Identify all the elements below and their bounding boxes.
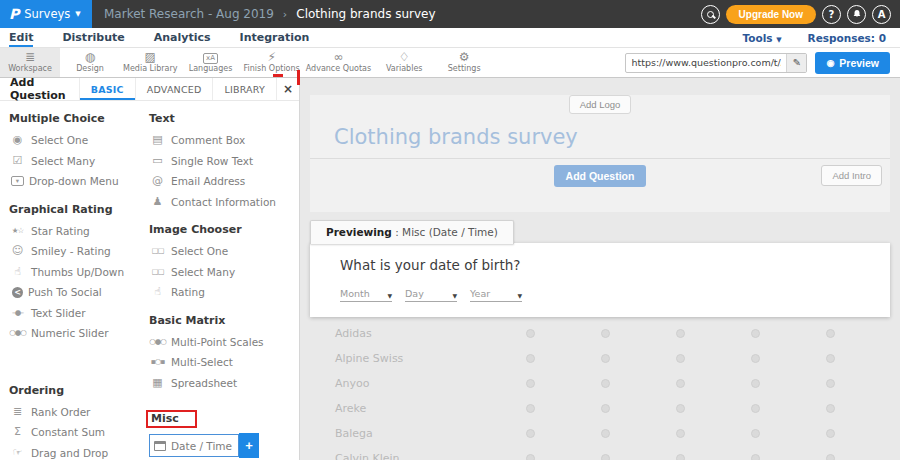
add-question-button[interactable]: Add Question xyxy=(554,165,647,187)
matrix-radio[interactable] xyxy=(826,329,835,338)
finish-options-icon: ⚡ xyxy=(267,51,275,64)
month-dropdown[interactable]: Month▼ xyxy=(340,288,392,302)
edit-url-button[interactable]: ✎ xyxy=(786,53,806,73)
nav-tab-edit[interactable]: Edit xyxy=(9,28,33,47)
question-type-numeric-slider[interactable]: ○●○Numeric Slider xyxy=(9,323,143,344)
matrix-radio[interactable] xyxy=(751,404,760,413)
question-type-multi-point-scales[interactable]: ○●○Multi-Point Scales xyxy=(149,332,299,353)
question-type-thumbs-up-down[interactable]: ☝Thumbs Up/Down xyxy=(9,262,143,283)
question-type-label: Star Rating xyxy=(31,225,90,237)
survey-title[interactable]: Clothing brands survey xyxy=(334,125,890,149)
question-type-contact-information[interactable]: ♟Contact Information xyxy=(149,192,299,213)
add-date-time-button[interactable]: + xyxy=(239,433,259,458)
toolbar-item-workspace[interactable]: ≣Workspace xyxy=(0,48,60,77)
matrix-radio[interactable] xyxy=(826,429,835,438)
question-type-star-rating[interactable]: ★☆Star Rating xyxy=(9,221,143,242)
question-type-constant-sum[interactable]: ΣConstant Sum xyxy=(9,422,143,443)
question-type-label: Select Many xyxy=(31,155,95,167)
question-type-label: Select One xyxy=(31,134,88,146)
matrix-radio[interactable] xyxy=(601,354,610,363)
text-slider-icon: –●– xyxy=(9,307,26,319)
toolbar-item-advance-quotas[interactable]: ∞Advance Quotas xyxy=(303,48,374,77)
upgrade-now-button[interactable]: Upgrade Now xyxy=(726,5,816,24)
matrix-radio[interactable] xyxy=(676,379,685,388)
add-intro-button[interactable]: Add Intro xyxy=(821,165,882,186)
nav-tab-integration[interactable]: Integration xyxy=(240,28,310,47)
question-type-drag-and-drop[interactable]: ☞Drag and Drop xyxy=(9,443,143,460)
toolbar-item-languages[interactable]: xALanguages xyxy=(181,48,241,77)
matrix-radio[interactable] xyxy=(826,354,835,363)
matrix-radio[interactable] xyxy=(751,454,760,460)
surveys-product-menu[interactable]: P Surveys ▼ xyxy=(0,0,92,28)
panel-tab-advanced[interactable]: ADVANCED xyxy=(135,78,213,100)
section-title-ordering: Ordering xyxy=(9,384,143,397)
avatar[interactable]: A xyxy=(872,5,891,24)
panel-tab-basic[interactable]: BASIC xyxy=(79,78,135,100)
toolbar-item-media-library[interactable]: ▨Media Library xyxy=(120,48,181,77)
question-type-label: Spreadsheet xyxy=(171,377,237,389)
question-type-spreadsheet[interactable]: ▦Spreadsheet xyxy=(149,373,299,394)
matrix-radio[interactable] xyxy=(526,379,535,388)
question-type-select-one[interactable]: ▢▢Select One xyxy=(149,241,299,262)
responses-count[interactable]: Responses: 0 xyxy=(808,32,886,44)
matrix-radio[interactable] xyxy=(601,329,610,338)
year-dropdown[interactable]: Year▼ xyxy=(470,288,522,302)
question-type-comment-box[interactable]: ▤Comment Box xyxy=(149,130,299,151)
question-type-drop-down-menu[interactable]: ▾Drop-down Menu xyxy=(9,171,143,192)
matrix-radio[interactable] xyxy=(826,454,835,460)
matrix-radio[interactable] xyxy=(601,429,610,438)
question-type-select-many[interactable]: ▢▢Select Many xyxy=(149,262,299,283)
notifications-button[interactable] xyxy=(847,5,866,24)
matrix-radio[interactable] xyxy=(676,429,685,438)
add-logo-button[interactable]: Add Logo xyxy=(569,95,632,114)
close-panel-button[interactable]: × xyxy=(276,78,299,100)
breadcrumb-folder[interactable]: Market Research - Aug 2019 xyxy=(104,7,274,21)
toolbar-item-design[interactable]: ◍Design xyxy=(60,48,120,77)
matrix-radio[interactable] xyxy=(601,379,610,388)
matrix-radio[interactable] xyxy=(526,354,535,363)
nav-tab-analytics[interactable]: Analytics xyxy=(154,28,211,47)
search-button[interactable] xyxy=(701,5,720,24)
matrix-radio[interactable] xyxy=(751,379,760,388)
matrix-radio[interactable] xyxy=(526,429,535,438)
preview-button[interactable]: ◉ Preview xyxy=(815,52,890,74)
matrix-radio[interactable] xyxy=(601,404,610,413)
question-type-label: Comment Box xyxy=(171,134,245,146)
question-type-email-address[interactable]: @Email Address xyxy=(149,171,299,192)
question-type-select-one[interactable]: ◉Select One xyxy=(9,130,143,151)
question-type-select-many[interactable]: ☑Select Many xyxy=(9,151,143,172)
nav-tab-distribute[interactable]: Distribute xyxy=(62,28,124,47)
image-select-one-icon: ▢▢ xyxy=(149,245,166,257)
question-type-multi-select[interactable]: ▪○▪Multi-Select xyxy=(149,352,299,373)
question-type-push-to-social[interactable]: <Push To Social xyxy=(9,282,143,303)
matrix-radio[interactable] xyxy=(676,354,685,363)
matrix-radio[interactable] xyxy=(601,454,610,460)
matrix-radio[interactable] xyxy=(676,329,685,338)
question-type-text-slider[interactable]: –●–Text Slider xyxy=(9,303,143,324)
matrix-radio[interactable] xyxy=(676,454,685,460)
question-type-single-row-text[interactable]: ▭Single Row Text xyxy=(149,151,299,172)
matrix-radio[interactable] xyxy=(676,404,685,413)
panel-tab-library[interactable]: LIBRARY xyxy=(212,78,276,100)
toolbar-item-variables[interactable]: ♢Variables xyxy=(374,48,434,77)
matrix-radio[interactable] xyxy=(826,379,835,388)
day-dropdown[interactable]: Day▼ xyxy=(405,288,457,302)
matrix-radio[interactable] xyxy=(751,354,760,363)
toolbar-item-settings[interactable]: ⚙Settings xyxy=(434,48,494,77)
question-type-rating[interactable]: ☝Rating xyxy=(149,282,299,303)
question-type-date-time[interactable]: Date / Time xyxy=(149,434,239,457)
question-type-smiley-rating[interactable]: ☺Smiley - Rating xyxy=(9,241,143,262)
survey-url-input[interactable] xyxy=(626,57,786,68)
matrix-radio[interactable] xyxy=(826,404,835,413)
matrix-radio[interactable] xyxy=(526,454,535,460)
matrix-radio[interactable] xyxy=(751,329,760,338)
question-type-rank-order[interactable]: ≣Rank Order xyxy=(9,402,143,423)
matrix-row-areke: Areke xyxy=(300,396,900,421)
chevron-down-icon: ▼ xyxy=(387,292,392,299)
tools-menu[interactable]: Tools ▼ xyxy=(742,32,781,44)
matrix-radio[interactable] xyxy=(526,329,535,338)
toolbar-item-finish-options[interactable]: ⚡Finish Options xyxy=(241,48,303,77)
matrix-radio[interactable] xyxy=(526,404,535,413)
matrix-radio[interactable] xyxy=(751,429,760,438)
help-button[interactable]: ? xyxy=(822,5,841,24)
